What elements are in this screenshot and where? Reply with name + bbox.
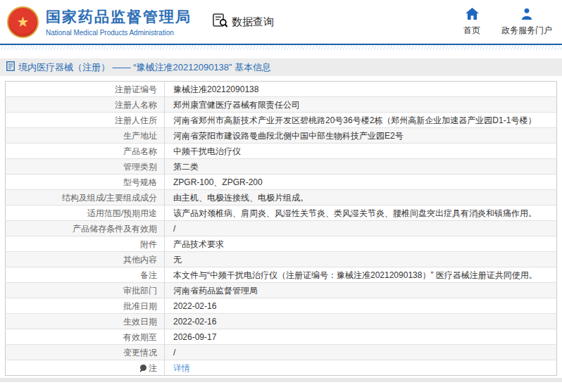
row-value: 本文件与“中频干扰电治疗仪（注册证编号：豫械注准20212090138）” 医疗…	[165, 267, 557, 283]
row-label: 管理类别	[6, 159, 165, 175]
table-row: 其他内容无	[6, 252, 557, 267]
document-icon	[6, 61, 15, 74]
table-row: 变更情况/	[6, 345, 557, 360]
home-icon	[466, 8, 479, 23]
row-value: 产品技术要求	[165, 236, 557, 252]
table-row: 批准日期2022-02-16	[6, 298, 557, 314]
table-row: 生效日期2022-02-16	[6, 314, 557, 329]
nav-item-home[interactable]: 首页	[463, 8, 480, 37]
row-label: 有效期至	[6, 329, 165, 345]
page: ★ 国家药品监督管理局 National Medical Products Ad…	[0, 0, 562, 392]
row-label: 批准日期	[6, 298, 165, 314]
table-row: 注册证编号豫械注准20212090138	[6, 82, 557, 97]
row-label: 变更情况	[6, 345, 165, 360]
row-label: 附件	[6, 236, 165, 252]
table-row: 适用范围/预期用途该产品对颈椎病、肩周炎、风湿性关节炎、类风湿关节炎、腰椎间盘突…	[6, 206, 557, 221]
data-query-label: 数据查询	[232, 15, 274, 29]
row-value: 河南省药品监督管理局	[165, 283, 557, 298]
row-label: 生产地址	[6, 128, 165, 144]
document-search-icon	[213, 13, 228, 30]
row-value: /	[165, 345, 557, 360]
row-value: 郑州康宜健医疗器械有限责任公司	[165, 97, 557, 113]
table-row: 产品名称中频干扰电治疗仪	[6, 144, 557, 159]
header-nav: 首页 政务服务门户	[463, 8, 552, 37]
table-row: 结构及组成/主要组成成分由主机、电极连接线、电极片组成。	[6, 190, 557, 206]
table-row: 有效期至2026-09-17	[6, 329, 557, 345]
row-value: 详情	[165, 360, 557, 376]
site-title-en: National Medical Products Administration	[46, 29, 192, 37]
row-value: /	[165, 221, 557, 236]
row-label: 适用范围/预期用途	[6, 206, 165, 221]
table-row: 审批部门河南省药品监督管理局	[6, 283, 557, 298]
footer-strip	[0, 378, 562, 382]
data-query-section[interactable]: 数据查询	[213, 13, 274, 30]
table-row: 附件产品技术要求	[6, 236, 557, 252]
row-value: 2022-02-16	[165, 314, 557, 329]
row-value: 无	[165, 252, 557, 267]
note-icon	[140, 365, 146, 371]
user-icon	[520, 8, 533, 23]
row-value: 中频干扰电治疗仪	[165, 144, 557, 159]
row-label: 注册证编号	[6, 82, 165, 97]
row-value: 由主机、电极连接线、电极片组成。	[165, 190, 557, 206]
site-header: ★ 国家药品监督管理局 National Medical Products Ad…	[0, 0, 562, 44]
nav-label-home: 首页	[463, 25, 480, 37]
row-label: 注册人名称	[6, 97, 165, 113]
site-title-cn: 国家药品监督管理局	[46, 7, 192, 27]
row-value: 河南省郑州市高新技术产业开发区碧桃路20号36号楼2栋（郑州高新企业加速器产业园…	[165, 113, 557, 128]
row-label: 备注	[6, 267, 165, 283]
row-label: 审批部门	[6, 283, 165, 298]
row-label: 产品名称	[6, 144, 165, 159]
table-row: 注册人名称郑州康宜健医疗器械有限责任公司	[6, 97, 557, 113]
nav-label-gov-portal: 政务服务门户	[501, 25, 552, 37]
breadcrumb: 境内医疗器械（注册） —— “豫械注准20212090138” 基本信息	[0, 58, 562, 76]
table-row: 备注本文件与“中频干扰电治疗仪（注册证编号：豫械注准20212090138）” …	[6, 267, 557, 283]
row-label: 结构及组成/主要组成成分	[6, 190, 165, 206]
table-row: 注册人住所河南省郑州市高新技术产业开发区碧桃路20号36号楼2栋（郑州高新企业加…	[6, 113, 557, 128]
row-value: ZPGR-100、ZPGR-200	[165, 175, 557, 190]
row-label: 型号规格	[6, 175, 165, 190]
table-row: 注详情	[6, 360, 557, 376]
decorative-stripe-band	[0, 45, 562, 50]
row-value: 2022-02-16	[165, 298, 557, 314]
row-value: 2026-09-17	[165, 329, 557, 345]
row-value: 河南省荥阳市建设路曼曲段北侧中国中部生物科技产业园E2号	[165, 128, 557, 144]
row-label: 其他内容	[6, 252, 165, 267]
row-label: 注册人住所	[6, 113, 165, 128]
registration-info-table: 注册证编号豫械注准20212090138注册人名称郑州康宜健医疗器械有限责任公司…	[5, 81, 557, 376]
nav-item-gov-portal[interactable]: 政务服务门户	[501, 8, 552, 37]
row-label: 注	[6, 360, 165, 376]
row-value: 第二类	[165, 159, 557, 175]
brand-block: 国家药品监督管理局 National Medical Products Admi…	[46, 7, 192, 37]
national-emblem-logo: ★	[7, 6, 39, 38]
table-row: 生产地址河南省荥阳市建设路曼曲段北侧中国中部生物科技产业园E2号	[6, 128, 557, 144]
row-label: 产品储存条件及有效期	[6, 221, 165, 236]
page-title: 境内医疗器械（注册） —— “豫械注准20212090138” 基本信息	[18, 61, 271, 74]
info-table-body: 注册证编号豫械注准20212090138注册人名称郑州康宜健医疗器械有限责任公司…	[6, 82, 557, 376]
row-label: 生效日期	[6, 314, 165, 329]
table-row: 管理类别第二类	[6, 159, 557, 175]
table-row: 型号规格ZPGR-100、ZPGR-200	[6, 175, 557, 190]
detail-link[interactable]: 详情	[173, 363, 190, 373]
table-row: 产品储存条件及有效期/	[6, 221, 557, 236]
row-value: 该产品对颈椎病、肩周炎、风湿性关节炎、类风湿关节炎、腰椎间盘突出症具有消炎和镇痛…	[165, 206, 557, 221]
row-value: 豫械注准20212090138	[165, 82, 557, 97]
